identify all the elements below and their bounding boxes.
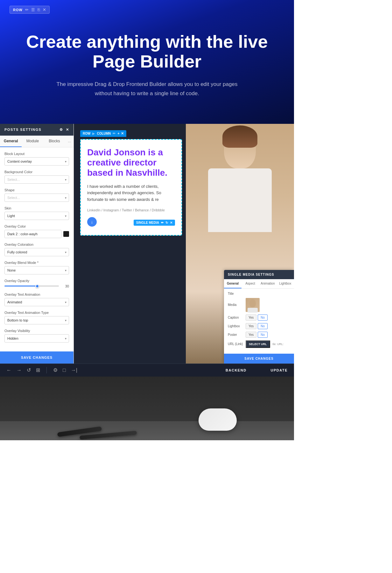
overlay-text-anim-select[interactable]: Animated	[4, 298, 69, 306]
field-shape: Shape Select...	[4, 188, 69, 202]
skin-wrapper: Light	[4, 212, 69, 220]
field-overlay-color: Overlay Color Dark 2 : color-wayh	[4, 224, 69, 238]
row-label: ROW	[13, 8, 23, 12]
overlay-text-anim-label: Overlay Text Animation	[4, 293, 69, 296]
nav-settings-icon[interactable]: ⚙	[53, 367, 58, 373]
hero-section: ROW ✏ ☰ ⎘ ✕ Create anything with the liv…	[0, 0, 294, 124]
opacity-slider[interactable]	[4, 286, 59, 286]
hero-title: Create anything with the live Page Build…	[13, 32, 281, 71]
mp-caption-no[interactable]: No	[258, 315, 268, 321]
media-edit-icon[interactable]: ✏	[161, 221, 164, 224]
tab-more[interactable]: ...	[65, 136, 74, 147]
single-media-toolbar[interactable]: SINGLE MEDIA ✏ ↻ ✕	[134, 220, 175, 226]
mp-select-url-button[interactable]: SELECT URL	[246, 340, 270, 348]
mp-lightbox-no[interactable]: No	[258, 323, 268, 329]
mouse	[199, 408, 237, 431]
mp-media-label: Media	[228, 303, 243, 307]
mp-poster-label: Poster	[228, 333, 243, 336]
sidebar-header: POSTS SETTINGS ⚙ ✕	[0, 124, 74, 136]
portfolio-bio: I have worked with a number of clients, …	[87, 183, 175, 203]
nav-expand-icon[interactable]: ⊞	[36, 367, 40, 373]
overlay-visibility-label: Overlay Visibility	[4, 329, 69, 333]
sidebar-tabs: General Module Blocks ...	[0, 136, 74, 147]
copy-icon[interactable]: ⎘	[38, 7, 40, 12]
block-layout-label: Block Layout	[4, 152, 69, 156]
overlay-color-select[interactable]: Dark 2 : color-wayh	[4, 230, 61, 238]
sidebar-save-button[interactable]: SAVE CHANGES	[0, 351, 74, 364]
tab-blocks[interactable]: Blocks	[44, 136, 65, 147]
media-tab-lightbox[interactable]: Lightbox	[276, 279, 294, 288]
overlay-coloration-select[interactable]: Fully colored	[4, 248, 69, 256]
media-refresh-icon[interactable]: ↻	[165, 221, 168, 224]
tab-module[interactable]: Module	[22, 136, 43, 147]
shape-select[interactable]: Select...	[4, 194, 69, 202]
mp-url-label-field: URL (Link)	[228, 342, 243, 346]
mp-caption-yes[interactable]: Yes	[246, 315, 256, 321]
media-panel-tabs: General Aspect Animation Lightbox	[224, 279, 294, 289]
update-label[interactable]: UPDATE	[271, 368, 288, 372]
edit-icon[interactable]: ✏	[25, 7, 29, 12]
tab-general[interactable]: General	[0, 136, 22, 147]
portfolio-inner: David Jonson is a creative director base…	[81, 140, 181, 235]
field-overlay-text-anim-type: Overlay Text Animation Type Bottom to to…	[4, 311, 69, 324]
media-tab-general[interactable]: General	[224, 279, 242, 288]
block-layout-select[interactable]: Content overlay	[4, 157, 69, 166]
mp-poster-no[interactable]: No	[258, 332, 268, 338]
media-tab-aspect[interactable]: Aspect	[242, 279, 259, 288]
overlay-text-anim-type-select[interactable]: Bottom to top	[4, 316, 69, 324]
bg-color-label: Background Color	[4, 170, 69, 174]
portfolio-links: LinkedIn / Instagram / Twitter / Behance…	[87, 208, 175, 212]
opacity-row: 30	[4, 284, 69, 288]
desk-area	[0, 377, 294, 440]
bottom-bar: ← → ↺ ⊞ ⚙ □ →| BACKEND UPDATE	[0, 364, 294, 377]
overlay-text-anim-type-wrapper: Bottom to top	[4, 316, 69, 324]
mp-thumbnail[interactable]	[246, 298, 260, 312]
mp-lightbox-yes[interactable]: Yes	[246, 323, 256, 329]
mp-poster-yes[interactable]: Yes	[246, 332, 256, 338]
col-column-label: COLUMN	[97, 132, 111, 135]
bottom-bar-separator	[46, 367, 47, 373]
overlay-text-anim-wrapper: Animated	[4, 298, 69, 306]
nav-exit-icon[interactable]: →|	[71, 367, 77, 373]
bg-color-select[interactable]: Select...	[4, 175, 69, 184]
media-close-icon[interactable]: ✕	[170, 221, 172, 224]
skin-select[interactable]: Light	[4, 212, 69, 220]
close-panel-icon[interactable]: ✕	[66, 128, 69, 132]
single-media-label: SINGLE MEDIA	[136, 221, 159, 224]
sidebar-header-icons: ⚙ ✕	[60, 128, 69, 132]
overlay-coloration-label: Overlay Coloration	[4, 243, 69, 246]
overlay-blend-select[interactable]: None	[4, 266, 69, 274]
col-edit-icon[interactable]: ✏	[113, 131, 116, 136]
field-overlay-visibility: Overlay Visibility Hidden	[4, 329, 69, 343]
field-skin: Skin Light	[4, 206, 69, 220]
close-icon[interactable]: ✕	[43, 7, 46, 12]
opacity-thumb[interactable]	[35, 284, 39, 288]
overlay-blend-wrapper: None	[4, 266, 69, 274]
overlay-color-swatch[interactable]	[63, 231, 69, 237]
mp-lightbox-row: Lightbox Yes No	[228, 323, 290, 329]
menu-icon[interactable]: ☰	[31, 7, 35, 12]
mp-url-extra: tle: URL:	[273, 343, 284, 346]
column-toolbar[interactable]: ROW ▶ COLUMN ✏ + ✕	[80, 130, 126, 137]
shape-wrapper: Select...	[4, 194, 69, 202]
media-panel-body: Title Media Caption Yes No	[224, 289, 294, 354]
backend-label[interactable]: BACKEND	[226, 368, 247, 372]
mp-caption-row: Caption Yes No	[228, 315, 290, 321]
nav-back-icon[interactable]: ←	[6, 367, 11, 373]
nav-preview-icon[interactable]: □	[63, 367, 66, 373]
nav-refresh-icon[interactable]: ↺	[27, 367, 31, 373]
row-toolbar[interactable]: ROW ✏ ☰ ⎘ ✕	[10, 6, 50, 14]
col-close-icon[interactable]: ✕	[121, 131, 124, 136]
overlay-color-row: Dark 2 : color-wayh	[4, 230, 69, 238]
skin-label: Skin	[4, 206, 69, 210]
overlay-color-label: Overlay Color	[4, 224, 69, 228]
overlay-visibility-wrapper: Hidden	[4, 334, 69, 343]
media-panel-save-button[interactable]: SAVE CHANGES	[224, 354, 294, 364]
overlay-visibility-select[interactable]: Hidden	[4, 334, 69, 343]
settings-icon[interactable]: ⚙	[60, 128, 63, 132]
media-tab-animation[interactable]: Animation	[259, 279, 276, 288]
nav-forward-icon[interactable]: →	[17, 367, 22, 373]
scroll-button[interactable]: ↓	[87, 217, 97, 227]
posts-settings-panel: POSTS SETTINGS ⚙ ✕ General Module Blocks…	[0, 124, 74, 364]
col-add-icon[interactable]: +	[117, 131, 119, 135]
